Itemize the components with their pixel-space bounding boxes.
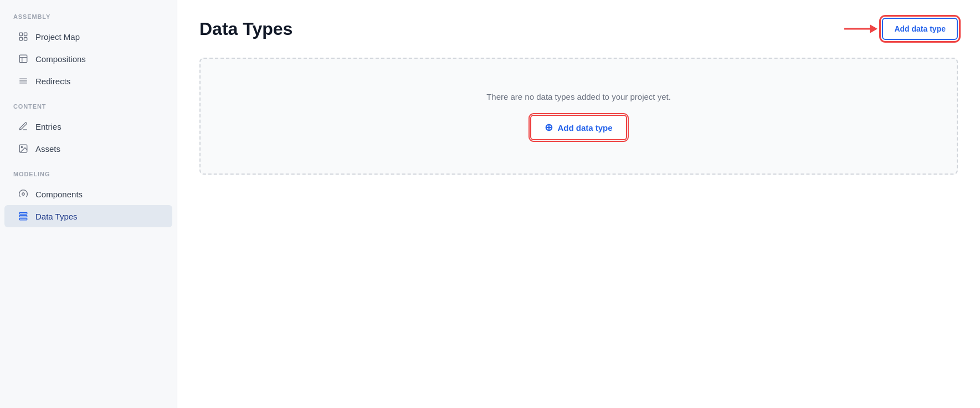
project-map-icon — [18, 31, 29, 42]
sidebar-item-label: Redirects — [35, 76, 70, 86]
main-content: Data Types Add data type There are no da… — [177, 0, 980, 408]
svg-rect-4 — [19, 55, 27, 63]
compositions-icon — [18, 53, 29, 64]
add-data-type-button-center[interactable]: ⊕ Add data type — [530, 115, 627, 140]
sidebar-item-data-types[interactable]: Data Types — [4, 205, 172, 227]
content-section-label: CONTENT — [0, 103, 177, 115]
sidebar-item-components[interactable]: Components — [4, 183, 172, 205]
sidebar-item-assets[interactable]: Assets — [4, 137, 172, 160]
sidebar-item-label: Project Map — [35, 32, 80, 42]
svg-marker-17 — [870, 24, 878, 33]
sidebar-item-label: Entries — [35, 122, 61, 131]
redirects-icon — [18, 75, 29, 86]
arrow-indicator: Add data type — [844, 18, 958, 40]
entries-icon — [18, 121, 29, 132]
add-data-type-button-top[interactable]: Add data type — [882, 18, 958, 40]
svg-rect-15 — [19, 218, 27, 220]
svg-rect-14 — [19, 216, 27, 217]
plus-circle-icon: ⊕ — [545, 121, 553, 134]
svg-point-11 — [21, 146, 22, 147]
svg-point-12 — [22, 193, 25, 196]
sidebar-modeling-group: MODELING Components Data Types — [0, 171, 177, 227]
sidebar: ASSEMBLY Project Map Compositi — [0, 0, 177, 408]
svg-rect-2 — [19, 38, 22, 40]
assets-icon — [18, 143, 29, 154]
sidebar-item-label: Components — [35, 190, 83, 199]
sidebar-item-project-map[interactable]: Project Map — [4, 26, 172, 48]
sidebar-item-redirects[interactable]: Redirects — [4, 70, 172, 92]
svg-rect-1 — [24, 33, 27, 35]
sidebar-item-entries[interactable]: Entries — [4, 115, 172, 137]
page-header: Data Types Add data type — [199, 18, 958, 40]
assembly-section-label: ASSEMBLY — [0, 13, 177, 26]
sidebar-item-label: Data Types — [35, 212, 78, 221]
data-types-icon — [18, 211, 29, 222]
add-data-type-center-label: Add data type — [557, 123, 612, 132]
sidebar-item-label: Assets — [35, 144, 60, 154]
red-arrow-icon — [844, 21, 878, 37]
sidebar-item-compositions[interactable]: Compositions — [4, 48, 172, 70]
components-icon — [18, 188, 29, 200]
empty-state-text: There are no data types added to your pr… — [486, 92, 671, 101]
svg-rect-0 — [19, 33, 22, 35]
sidebar-content-group: CONTENT Entries Assets — [0, 103, 177, 160]
modeling-section-label: MODELING — [0, 171, 177, 183]
empty-state-container: There are no data types added to your pr… — [199, 58, 958, 175]
page-title: Data Types — [199, 19, 293, 39]
svg-rect-13 — [19, 212, 27, 214]
sidebar-item-label: Compositions — [35, 54, 86, 64]
sidebar-assembly-group: ASSEMBLY Project Map Compositi — [0, 13, 177, 92]
svg-rect-3 — [24, 38, 27, 40]
